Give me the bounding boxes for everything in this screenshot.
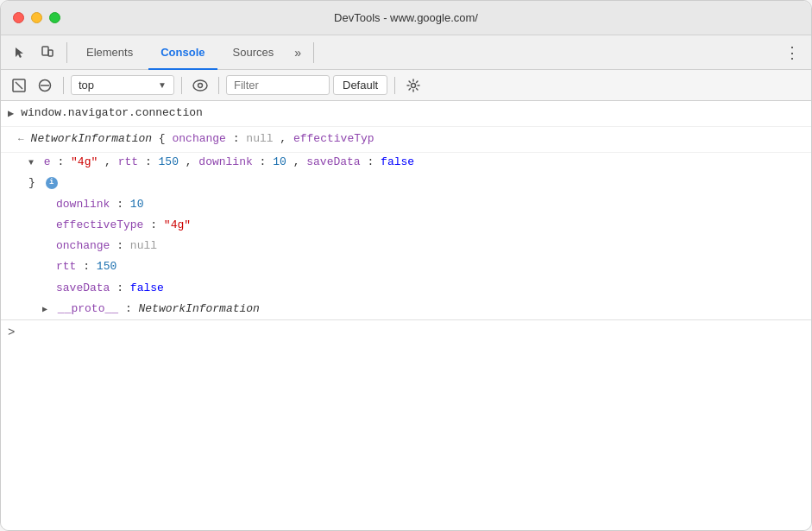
proto-key: __proto__	[58, 302, 118, 315]
tab-sources[interactable]: Sources	[221, 35, 286, 70]
no-entry-icon[interactable]	[34, 74, 56, 97]
clear-console-icon[interactable]	[8, 74, 30, 97]
maximize-button[interactable]	[49, 12, 60, 23]
dropdown-arrow-icon: ▼	[158, 80, 167, 90]
ct-divider-1	[63, 77, 64, 94]
svg-point-6	[193, 80, 207, 91]
command-prompt-icon: ▶	[8, 104, 14, 123]
expand-proto-icon[interactable]	[42, 302, 47, 317]
prop-rtt: rtt : 150	[1, 256, 811, 277]
svg-line-3	[16, 82, 22, 89]
toolbar-divider-2	[313, 42, 314, 63]
console-input-row: >	[1, 319, 811, 345]
prop-effectivetype: effectiveType : "4g"	[1, 215, 811, 236]
tab-console[interactable]: Console	[148, 35, 217, 70]
devtools-menu-button[interactable]: ⋮	[780, 41, 804, 65]
window-title: DevTools - www.google.com/	[334, 11, 478, 24]
command-text[interactable]: window.navigator.connection	[21, 104, 203, 123]
settings-icon[interactable]	[402, 74, 425, 97]
ct-divider-3	[218, 77, 219, 94]
ct-divider-2	[181, 77, 182, 94]
eye-icon[interactable]	[189, 74, 211, 97]
svg-rect-0	[42, 47, 48, 55]
result-text: NetworkInformation { onchange : null , e…	[31, 130, 375, 149]
titlebar: DevTools - www.google.com/	[1, 1, 811, 35]
log-level-dropdown[interactable]: Default	[333, 75, 387, 95]
traffic-lights	[13, 12, 60, 23]
context-value: top	[79, 79, 94, 92]
svg-point-7	[198, 83, 203, 87]
tab-elements[interactable]: Elements	[74, 35, 145, 70]
result-arrow-icon: ←	[18, 130, 24, 149]
prop-downlink: downlink : 10	[1, 194, 811, 215]
result-object-name: NetworkInformation	[31, 132, 152, 145]
info-icon[interactable]: i	[46, 177, 58, 189]
proto-value: NetworkInformation	[138, 302, 259, 315]
input-prompt-icon: >	[8, 326, 15, 339]
console-toolbar: top ▼ Default	[1, 70, 811, 101]
toolbar-divider-1	[66, 42, 67, 63]
svg-rect-1	[48, 50, 53, 56]
minimize-button[interactable]	[31, 12, 42, 23]
ct-divider-4	[394, 77, 395, 94]
proto-row: __proto__ : NetworkInformation	[1, 299, 811, 319]
prop-onchange: onchange : null	[1, 236, 811, 256]
device-toggle-icon[interactable]	[35, 41, 60, 65]
svg-point-8	[412, 83, 416, 87]
filter-input[interactable]	[226, 75, 330, 95]
console-output: ▶ window.navigator.connection ← NetworkI…	[1, 101, 811, 531]
collapse-icon[interactable]	[28, 155, 34, 170]
cursor-icon[interactable]	[8, 41, 32, 65]
close-button[interactable]	[13, 12, 24, 23]
console-result-row: ← NetworkInformation { onchange : null ,…	[1, 127, 811, 153]
result-closing: } i	[1, 174, 811, 194]
prop-savedata: saveData : false	[1, 278, 811, 299]
main-toolbar: Elements Console Sources » ⋮	[1, 35, 811, 70]
result-continuation: e : "4g" , rtt : 150 , downlink : 10 , s…	[1, 153, 811, 174]
context-dropdown[interactable]: top ▼	[71, 75, 174, 95]
more-tabs-button[interactable]: »	[289, 46, 306, 60]
console-command-row: ▶ window.navigator.connection	[1, 101, 811, 127]
